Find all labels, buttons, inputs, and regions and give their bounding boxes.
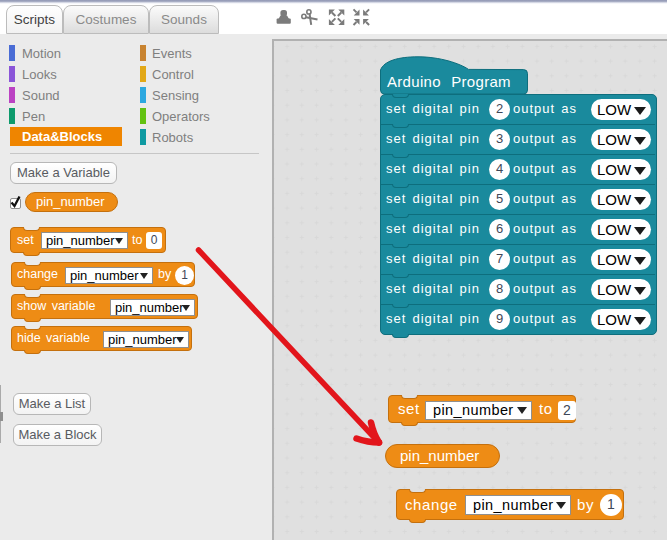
svg-text:Arduino Program: Arduino Program [387, 73, 511, 90]
